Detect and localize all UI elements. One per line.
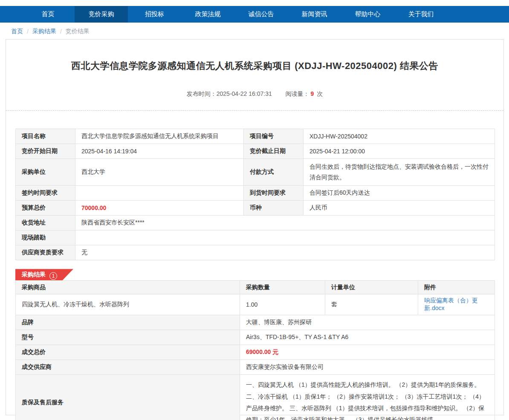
- product-value: 四旋翼无人机、冷冻干燥机、水听器阵列: [16, 294, 240, 315]
- table-row: 竞价开始日期 2025-04-16 14:19:04 竞价截止日期 2025-0…: [16, 144, 495, 159]
- table-row: 预算总价 70000.00 币种 人民币: [16, 201, 495, 216]
- table-header-row: 采购商品 采购数量 计量单位 附件: [16, 281, 495, 294]
- table-row: 供应商资质要求 无: [16, 245, 495, 260]
- table-row: 项目名称 西北大学信息学院多源感知通信无人机系统采购项目 项目编号 XDJJ-H…: [16, 129, 495, 144]
- project-code-value: XDJJ-HW-202504002: [304, 129, 495, 144]
- site-visit-value: [75, 230, 495, 245]
- table-row: 四旋翼无人机、冷冻干燥机、水听器阵列 1.00 套 响应偏离表（合）更新.doc…: [16, 294, 495, 315]
- header-attachment: 附件: [418, 281, 495, 294]
- nav-item-tendering[interactable]: 招投标: [128, 6, 181, 23]
- supplier-label: 成交供应商: [16, 360, 240, 375]
- deal-price-value: 69000.00 元: [240, 345, 495, 360]
- table-row: 品牌 大疆、博医康、苏州探研: [16, 315, 495, 330]
- main-navbar: 首页 竞价采购 招投标 政策法规 诚信公告 新闻资讯 帮助中心 关于我们: [0, 6, 509, 23]
- publish-time-label: 发布时间：: [187, 90, 217, 97]
- payment-value: 合同生效后，待货物到达指定地点、安装调试验收合格后，一次性付清合同货款。: [304, 159, 495, 186]
- supplier-value: 西安康斐尔实验设备有限公司: [240, 360, 495, 375]
- header-quantity: 采购数量: [240, 281, 325, 294]
- nav-item-home[interactable]: 首页: [21, 6, 75, 23]
- delivery-time-value: 合同签订后60天内送达: [304, 186, 495, 201]
- site-visit-label: 现场踏勘: [16, 230, 75, 245]
- project-code-label: 项目编号: [244, 129, 304, 144]
- breadcrumb: 首页 / 采购结果 / 竞价结果: [0, 23, 509, 40]
- nav-item-help-center[interactable]: 帮助中心: [341, 6, 394, 23]
- attachment-link[interactable]: 响应偏离表（合）更新.docx: [424, 297, 478, 311]
- qualification-label: 供应商资质要求: [16, 245, 75, 260]
- brand-value: 大疆、博医康、苏州探研: [240, 315, 495, 330]
- views-label: 阅读量：: [286, 90, 309, 97]
- currency-value: 人民币: [304, 201, 495, 216]
- delivery-time-label: 到货时间要求: [244, 186, 304, 201]
- model-label: 型号: [16, 330, 240, 345]
- sign-time-label: 签约时间要求: [16, 186, 75, 201]
- budget-label: 预算总价: [16, 201, 75, 216]
- nav-item-integrity-notices[interactable]: 诚信公告: [234, 6, 288, 23]
- bid-start-label: 竞价开始日期: [16, 144, 75, 159]
- table-row: 现场踏勘: [16, 230, 495, 245]
- header-unit: 计量单位: [325, 281, 418, 294]
- content-card: 西北大学信息学院多源感知通信无人机系统采购项目 (XDJJ-HW-2025040…: [6, 39, 504, 415]
- breadcrumb-home[interactable]: 首页: [11, 28, 23, 35]
- nav-item-about-us[interactable]: 关于我们: [394, 6, 448, 23]
- unit-value: 套: [325, 294, 418, 315]
- nav-item-bidding-procurement[interactable]: 竞价采购: [75, 6, 128, 23]
- breadcrumb-separator: /: [60, 28, 62, 35]
- breadcrumb-procurement-results[interactable]: 采购结果: [32, 28, 56, 35]
- table-row: 成交供应商 西安康斐尔实验设备有限公司: [16, 360, 495, 375]
- nav-item-news[interactable]: 新闻资讯: [288, 6, 341, 23]
- table-row: 签约时间要求 到货时间要求 合同签订后60天内送达: [16, 186, 495, 201]
- views-count: 9: [311, 90, 314, 97]
- article-meta: 发布时间：2025-04-22 16:07:31 阅读量：9 次: [6, 90, 503, 98]
- nav-item-policies[interactable]: 政策法规: [181, 6, 234, 23]
- project-name-value: 西北大学信息学院多源感知通信无人机系统采购项目: [75, 129, 244, 144]
- bid-end-label: 竞价截止日期: [244, 144, 304, 159]
- views-unit: 次: [317, 90, 323, 97]
- result-section-badge: 采购结果1: [15, 269, 73, 280]
- payment-label: 付款方式: [244, 159, 304, 186]
- header-product: 采购商品: [16, 281, 240, 294]
- project-info-table: 项目名称 西北大学信息学院多源感知通信无人机系统采购项目 项目编号 XDJJ-H…: [15, 129, 495, 260]
- brand-label: 品牌: [16, 315, 240, 330]
- bid-end-value: 2025-04-21 12:00:00: [304, 144, 495, 159]
- result-table: 采购商品 采购数量 计量单位 附件 四旋翼无人机、冷冻干燥机、水听器阵列 1.0…: [15, 280, 495, 420]
- model-value: Air3s、TFD-1B-95+、TY AS-1 &TY A6: [240, 330, 495, 345]
- table-row: 质保及售后服务 一、四旋翼无人机 （1）提供高性能无人机的操作培训。 （2）提供…: [16, 375, 495, 420]
- address-label: 收货地址: [16, 216, 75, 230]
- warranty-value: 一、四旋翼无人机 （1）提供高性能无人机的操作培训。 （2）提供为期1年的质保服…: [240, 375, 495, 420]
- table-row: 收货地址 陕西省西安市长安区****: [16, 216, 495, 230]
- budget-value: 70000.00: [75, 201, 244, 216]
- table-row: 型号 Air3s、TFD-1B-95+、TY AS-1 &TY A6: [16, 330, 495, 345]
- project-name-label: 项目名称: [16, 129, 75, 144]
- top-whitespace: [0, 0, 509, 6]
- currency-label: 币种: [244, 201, 304, 216]
- deal-price-label: 成交总价: [16, 345, 240, 360]
- dashed-divider: [6, 110, 503, 111]
- page-title: 西北大学信息学院多源感知通信无人机系统采购项目 (XDJJ-HW-2025040…: [6, 60, 503, 72]
- quantity-value: 1.00: [240, 294, 325, 315]
- warranty-label: 质保及售后服务: [16, 375, 240, 420]
- breadcrumb-current-bidding-results: 竞价结果: [66, 28, 90, 35]
- breadcrumb-separator: /: [27, 28, 29, 35]
- publish-time-value: 2025-04-22 16:07:31: [217, 90, 272, 97]
- result-badge-label: 采购结果: [22, 271, 46, 278]
- bid-start-value: 2025-04-16 14:19:04: [75, 144, 244, 159]
- buyer-label: 采购单位: [16, 159, 75, 186]
- table-row: 成交总价 69000.00 元: [16, 345, 495, 360]
- sign-time-value: [75, 186, 244, 201]
- qualification-value: 无: [75, 245, 495, 260]
- address-value: 陕西省西安市长安区****: [75, 216, 495, 230]
- buyer-value: 西北大学: [75, 159, 244, 186]
- table-row: 采购单位 西北大学 付款方式 合同生效后，待货物到达指定地点、安装调试验收合格后…: [16, 159, 495, 186]
- result-badge-number: 1: [49, 272, 57, 280]
